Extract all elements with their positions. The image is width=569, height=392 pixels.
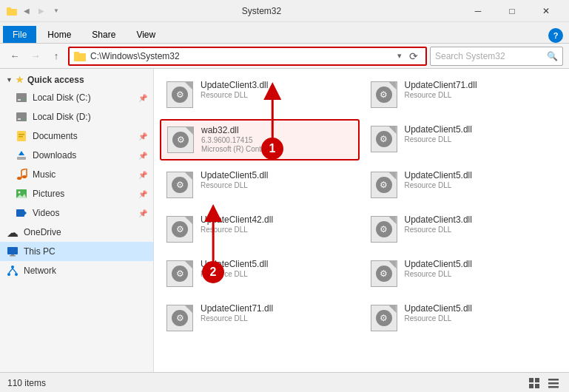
file-meta: Resource DLL xyxy=(405,314,559,322)
list-item[interactable]: ⚙ UpdateClient5.dll Resource DLL xyxy=(364,298,564,338)
address-bar[interactable]: C:\Windows\System32 ▾ ⟳ xyxy=(68,47,427,66)
tab-view[interactable]: View xyxy=(127,26,165,43)
music-icon xyxy=(15,168,28,181)
status-item-count: 110 items xyxy=(7,378,46,388)
title-bar-controls: ─ □ ✕ xyxy=(461,0,563,22)
svg-rect-37 xyxy=(535,378,539,382)
file-area: ⚙ UpdateClient3.dll Resource DLL ⚙ Updat… xyxy=(154,69,569,372)
list-item[interactable]: ⚙ UpdateClient5.dll Resource DLL xyxy=(364,119,564,160)
file-info: UpdateClient5.dll Resource DLL xyxy=(405,170,559,189)
file-version: 6.3.9600.17415 xyxy=(201,136,354,144)
list-item[interactable]: ⚙ UpdateClient42.dll Resource DLL xyxy=(160,209,360,249)
file-info: wab32.dll 6.3.9600.17415 Microsoft (R) C… xyxy=(201,125,354,153)
file-icon: ⚙ xyxy=(369,303,399,333)
svg-point-21 xyxy=(18,192,21,194)
list-item[interactable]: ⚙ UpdateClient5.dll Resource DLL xyxy=(364,165,564,205)
svg-rect-4 xyxy=(16,93,27,102)
list-item[interactable]: ⚙ UpdateClient5.dll Resource DLL xyxy=(364,254,564,294)
local-disk-d-icon xyxy=(15,110,28,124)
pin-icon: 📌 xyxy=(138,94,147,102)
help-button[interactable]: ? xyxy=(548,28,563,43)
sidebar-documents-label: Documents xyxy=(33,131,78,141)
search-bar[interactable]: Search System32 🔍 xyxy=(430,47,563,66)
file-meta: Resource DLL xyxy=(201,91,354,99)
pictures-icon xyxy=(15,187,28,200)
refresh-button[interactable]: ⟳ xyxy=(406,49,421,64)
svg-point-29 xyxy=(7,273,10,276)
file-info: UpdateClient3.dll Resource DLL xyxy=(405,214,559,234)
svg-line-32 xyxy=(13,268,16,273)
list-item[interactable]: ⚙ UpdateClient71.dll Resource DLL xyxy=(364,75,564,115)
svg-point-15 xyxy=(17,177,21,180)
sidebar-videos-label: Videos xyxy=(33,208,59,218)
sidebar-item-local-disk-c[interactable]: Local Disk (C:) 📌 xyxy=(0,88,153,107)
sidebar-item-music[interactable]: Music 📌 xyxy=(0,165,153,184)
list-view-button[interactable] xyxy=(545,375,562,391)
file-meta: Resource DLL xyxy=(405,270,559,278)
sidebar-this-pc-label: This PC xyxy=(24,246,55,257)
downloads-icon xyxy=(15,149,28,162)
local-disk-c-icon xyxy=(15,91,28,104)
chevron-down-icon: ▼ xyxy=(6,76,13,84)
grid-view-button[interactable] xyxy=(526,375,542,391)
file-info: UpdateClient5.dll Resource DLL xyxy=(201,170,354,189)
file-meta: Resource DLL xyxy=(405,181,559,189)
svg-rect-39 xyxy=(535,384,539,388)
sidebar-item-documents[interactable]: Documents 📌 xyxy=(0,126,153,146)
list-item[interactable]: ⚙ UpdateClient5.dll Resource DLL xyxy=(160,165,360,205)
sidebar-item-downloads[interactable]: Downloads 📌 xyxy=(0,146,153,165)
forward-button[interactable]: → xyxy=(27,47,44,65)
tab-home[interactable]: Home xyxy=(38,26,81,43)
search-icon[interactable]: 🔍 xyxy=(547,51,558,61)
svg-rect-42 xyxy=(548,386,559,388)
svg-point-16 xyxy=(22,175,27,178)
file-info: UpdateClient5.dll Resource DLL xyxy=(405,303,559,322)
sidebar-item-this-pc[interactable]: This PC xyxy=(0,242,153,261)
tab-share[interactable]: Share xyxy=(82,26,125,43)
status-bar: 110 items xyxy=(0,372,569,392)
file-icon: ⚙ xyxy=(369,80,399,109)
svg-rect-3 xyxy=(74,52,79,55)
file-icon: ⚙ xyxy=(369,170,399,200)
minimize-button[interactable]: ─ xyxy=(461,0,495,22)
file-info: UpdateClient71.dll Resource DLL xyxy=(201,303,354,322)
svg-point-28 xyxy=(11,266,14,268)
sidebar-item-local-disk-d[interactable]: Local Disk (D:) xyxy=(0,107,153,126)
list-item[interactable]: ⚙ UpdateClient3.dll Resource DLL xyxy=(160,75,360,115)
svg-marker-24 xyxy=(24,211,27,215)
file-meta: Resource DLL xyxy=(201,226,354,234)
folder-icon xyxy=(6,5,18,17)
list-item[interactable]: ⚙ UpdateClient5.dll Resource DLL xyxy=(160,254,360,294)
close-button[interactable]: ✕ xyxy=(529,0,563,22)
list-item[interactable]: ⚙ UpdateClient71.dll Resource DLL xyxy=(160,298,360,338)
sidebar-section-quick-access[interactable]: ▼ ★ Quick access xyxy=(0,72,153,88)
svg-rect-25 xyxy=(7,247,18,254)
file-icon: ⚙ xyxy=(165,214,195,244)
address-chevron-icon[interactable]: ▾ xyxy=(397,51,402,61)
file-info: UpdateClient5.dll Resource DLL xyxy=(201,259,354,278)
sidebar-item-pictures[interactable]: Pictures 📌 xyxy=(0,184,153,203)
file-name: UpdateClient5.dll xyxy=(405,259,559,269)
forward-icon-title: ▶ xyxy=(36,5,47,17)
back-button[interactable]: ← xyxy=(6,47,24,65)
svg-rect-8 xyxy=(18,118,21,120)
network-icon xyxy=(6,264,19,277)
list-item-wab32[interactable]: ⚙ wab32.dll 6.3.9600.17415 Microsoft (R)… xyxy=(160,119,360,160)
up-button[interactable]: ↑ xyxy=(47,47,65,65)
svg-point-6 xyxy=(23,99,24,101)
sidebar-item-onedrive[interactable]: ☁ OneDrive xyxy=(0,223,153,242)
list-item[interactable]: ⚙ UpdateClient3.dll Resource DLL xyxy=(364,209,564,249)
file-icon: ⚙ xyxy=(369,259,399,288)
page-title: System32 xyxy=(62,6,461,16)
file-meta: Resource DLL xyxy=(201,181,354,189)
file-name: UpdateClient3.dll xyxy=(405,214,559,225)
file-company: Microsoft (R) Conta... xyxy=(201,145,354,153)
address-text: C:\Windows\System32 xyxy=(90,51,393,61)
title-bar-icons: ◀ ▶ ▼ xyxy=(6,5,62,17)
sidebar-item-network[interactable]: Network xyxy=(0,261,153,280)
tab-file[interactable]: File xyxy=(3,26,36,43)
svg-rect-23 xyxy=(16,209,24,217)
file-meta: Resource DLL xyxy=(201,314,354,322)
maximize-button[interactable]: □ xyxy=(495,0,529,22)
sidebar-item-videos[interactable]: Videos 📌 xyxy=(0,203,153,223)
